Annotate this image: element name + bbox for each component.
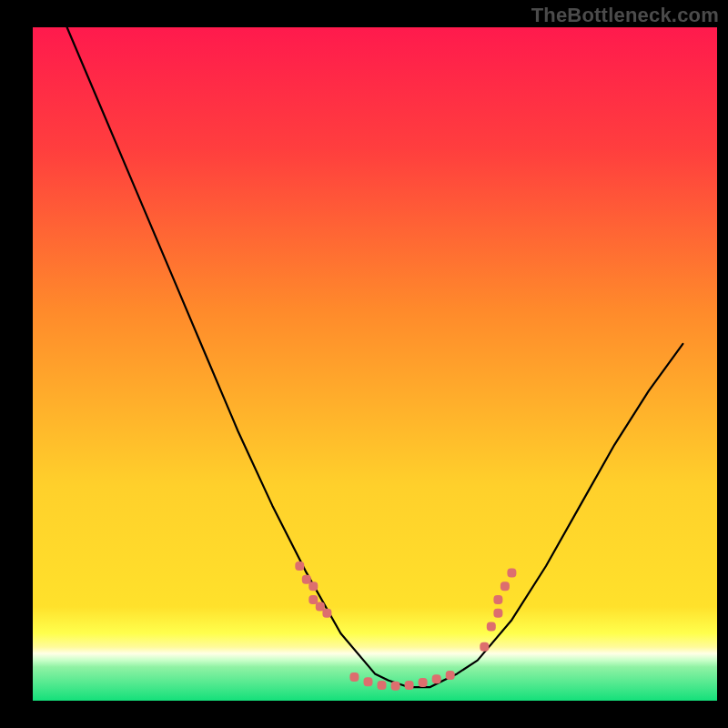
svg-rect-1 bbox=[295, 561, 304, 571]
bottleneck-chart bbox=[0, 0, 728, 728]
svg-rect-18 bbox=[493, 595, 502, 604]
chart-container bbox=[0, 0, 728, 728]
svg-rect-20 bbox=[507, 568, 516, 577]
svg-rect-12 bbox=[419, 678, 428, 687]
svg-rect-7 bbox=[349, 672, 359, 682]
svg-rect-5 bbox=[316, 602, 325, 611]
svg-rect-6 bbox=[322, 609, 331, 618]
svg-rect-8 bbox=[364, 677, 373, 686]
watermark-text: TheBottleneck.com bbox=[531, 4, 719, 27]
svg-rect-10 bbox=[391, 682, 400, 691]
svg-rect-3 bbox=[308, 581, 318, 591]
svg-rect-15 bbox=[480, 642, 489, 652]
svg-rect-16 bbox=[487, 622, 496, 632]
svg-rect-2 bbox=[302, 575, 311, 584]
plot-background bbox=[33, 27, 717, 701]
svg-rect-11 bbox=[405, 681, 414, 690]
svg-rect-19 bbox=[500, 581, 510, 591]
svg-rect-17 bbox=[493, 609, 502, 618]
svg-rect-13 bbox=[432, 674, 441, 683]
svg-rect-14 bbox=[446, 671, 455, 680]
svg-rect-4 bbox=[308, 595, 318, 604]
svg-rect-9 bbox=[378, 681, 387, 690]
